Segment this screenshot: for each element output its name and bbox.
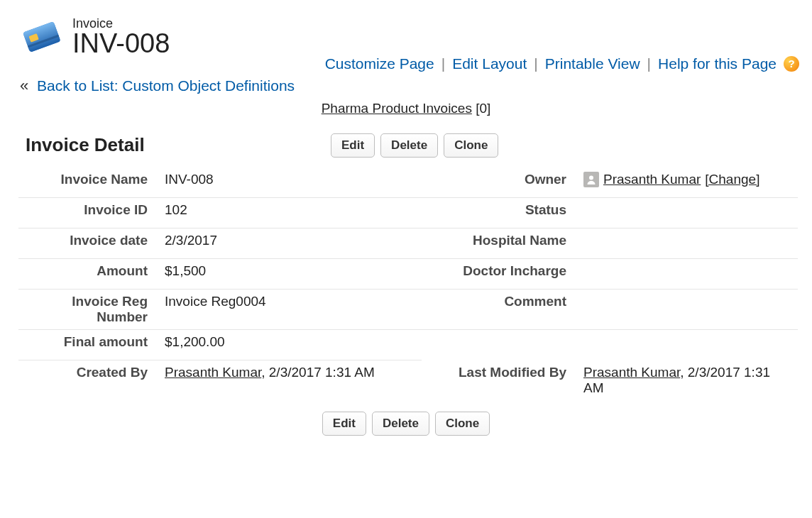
label-invoice-name: Invoice Name [18, 167, 159, 198]
label-invoice-reg-number: Invoice Reg Number [18, 290, 159, 330]
edit-layout-link[interactable]: Edit Layout [452, 55, 527, 72]
edit-button[interactable]: Edit [331, 133, 375, 158]
related-list-count-value: [0] [476, 101, 490, 116]
related-list-link[interactable]: Pharma Product Invoices [322, 101, 472, 116]
value-status [578, 198, 798, 228]
clone-button-bottom[interactable]: Clone [435, 412, 490, 436]
last-modified-by-user-link[interactable]: Prasanth Kumar [583, 365, 680, 380]
label-invoice-id: Invoice ID [18, 198, 159, 228]
detail-top-buttons: Edit Delete Clone [331, 133, 498, 158]
value-hospital-name [578, 228, 798, 259]
value-owner: Prasanth Kumar [Change] [578, 167, 798, 198]
help-page-link[interactable]: Help for this Page [658, 55, 777, 72]
delete-button[interactable]: Delete [380, 133, 438, 158]
value-invoice-reg-number: Invoice Reg0004 [159, 290, 422, 330]
label-doctor-incharge: Doctor Incharge [422, 259, 578, 290]
label-last-modified-by: Last Modified By [422, 360, 578, 400]
printable-view-link[interactable]: Printable View [545, 55, 640, 72]
related-list-anchor: Pharma Product Invoices [0] [11, 101, 801, 116]
value-final-amount: $1,200.00 [159, 330, 422, 360]
back-link-row: « Back to List: Custom Object Definition… [20, 77, 801, 95]
label-hospital-name: Hospital Name [422, 228, 578, 259]
label-status: Status [422, 198, 578, 228]
customize-page-link[interactable]: Customize Page [325, 55, 434, 72]
label-amount: Amount [18, 259, 159, 290]
detail-bottom-buttons: Edit Delete Clone [322, 412, 490, 436]
label-comment: Comment [422, 290, 578, 330]
record-header: Invoice INV-008 [18, 17, 801, 58]
label-owner: Owner [422, 167, 578, 198]
value-amount: $1,500 [159, 259, 422, 290]
value-last-modified-by: Prasanth Kumar, 2/3/2017 1:31 AM [578, 360, 798, 400]
owner-name-link[interactable]: Prasanth Kumar [603, 172, 701, 187]
detail-section-header: Invoice Detail Edit Delete Clone [11, 133, 801, 158]
owner-change-link[interactable]: [Change] [705, 172, 759, 187]
value-doctor-incharge [578, 259, 798, 290]
delete-button-bottom[interactable]: Delete [372, 412, 429, 436]
invoice-icon [18, 21, 61, 54]
label-final-amount: Final amount [18, 330, 159, 360]
back-to-list-link[interactable]: Back to List: Custom Object Definitions [37, 77, 295, 94]
value-created-by: Prasanth Kumar, 2/3/2017 1:31 AM [159, 360, 422, 400]
person-icon [583, 172, 599, 187]
value-invoice-id: 102 [159, 198, 422, 228]
label-created-by: Created By [18, 360, 159, 400]
detail-grid: Invoice Name INV-008 Owner Prasanth Kuma… [18, 167, 798, 400]
section-title: Invoice Detail [11, 134, 331, 156]
separator: | [534, 55, 537, 72]
back-chevron-icon: « [20, 77, 28, 94]
label-invoice-date: Invoice date [18, 228, 159, 259]
record-title: INV-008 [72, 30, 170, 58]
clone-button[interactable]: Clone [444, 133, 498, 158]
value-invoice-date: 2/3/2017 [159, 228, 422, 259]
created-by-user-link[interactable]: Prasanth Kumar [165, 365, 261, 380]
created-by-timestamp: , 2/3/2017 1:31 AM [261, 365, 375, 380]
spacer [578, 330, 798, 360]
separator: | [647, 55, 651, 72]
value-invoice-name: INV-008 [159, 167, 422, 198]
svg-point-4 [589, 175, 593, 180]
spacer [422, 330, 578, 360]
separator: | [441, 55, 445, 72]
help-icon[interactable] [784, 56, 799, 72]
value-comment [578, 290, 798, 330]
edit-button-bottom[interactable]: Edit [322, 412, 366, 436]
